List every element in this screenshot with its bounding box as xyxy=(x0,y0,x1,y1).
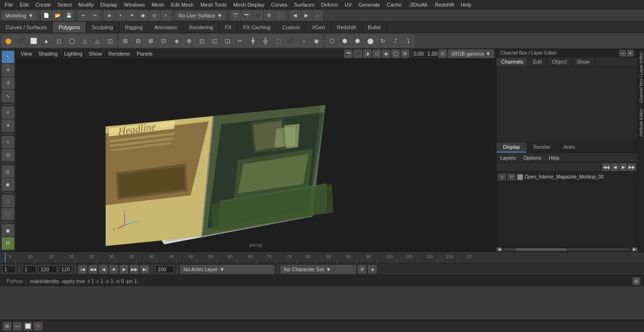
play-fwd-btn[interactable]: ▶ xyxy=(120,265,128,274)
shelf-grid[interactable]: ⊟ xyxy=(132,35,144,47)
tab-bullet[interactable]: Bullet xyxy=(362,22,387,32)
layer-menu-help[interactable]: Help xyxy=(547,155,561,161)
new-scene-button[interactable]: 📄 xyxy=(41,10,51,21)
tab-xgen[interactable]: XGen xyxy=(306,22,331,32)
shelf-cut[interactable]: ✂ xyxy=(234,35,246,47)
shelf-fill-hole[interactable]: ◲ xyxy=(221,35,233,47)
menu-file[interactable]: File xyxy=(2,1,16,8)
menu-uv[interactable]: UV xyxy=(342,1,355,8)
menu-redshift[interactable]: Redshift xyxy=(432,1,457,8)
redo-button[interactable]: ↪ xyxy=(90,10,100,21)
shelf-extract[interactable]: ◈ xyxy=(170,35,182,47)
shelf-reduce[interactable]: ◱ xyxy=(208,35,221,47)
viewport-menu-view[interactable]: View xyxy=(18,50,35,57)
channel-box-side-label[interactable]: Channel Box / Layer Editor xyxy=(638,49,644,106)
viewport-menu-shading[interactable]: Shading xyxy=(36,50,60,57)
viewport-camera-btn[interactable]: 📷 xyxy=(344,49,353,58)
menu-mesh-display[interactable]: Mesh Display xyxy=(231,1,267,8)
anim-extra-btn[interactable]: ◈ xyxy=(368,265,377,274)
render-5-button[interactable]: ◌ xyxy=(275,10,286,21)
shelf-pipe[interactable]: ◫ xyxy=(104,35,116,47)
extra-1-button[interactable]: ◀ xyxy=(290,10,300,21)
channel-box-close[interactable]: ✕ xyxy=(627,50,634,57)
menu-modify[interactable]: Modify xyxy=(75,1,96,8)
stop-btn[interactable]: ■ xyxy=(109,265,118,274)
viewport[interactable]: View Shading Lighting Show Renderer Pane… xyxy=(16,49,496,251)
layer-tab-display[interactable]: Display xyxy=(496,142,527,153)
menu-windows[interactable]: Windows xyxy=(121,1,148,8)
shelf-deform2[interactable]: ⤵ xyxy=(402,35,414,47)
menu-surfaces[interactable]: Surfaces xyxy=(291,1,317,8)
menu-create[interactable]: Create xyxy=(33,1,54,8)
shelf-insert-edge[interactable]: ╋ xyxy=(247,35,259,47)
python-collapse-btn[interactable]: ⊞ xyxy=(633,277,640,285)
shelf-pyramid[interactable]: △ xyxy=(91,35,103,47)
soft-select-button[interactable]: ◉ xyxy=(138,10,149,21)
shelf-sphere[interactable]: ⬤ xyxy=(2,35,14,47)
snap-curve-button[interactable]: ⊡ xyxy=(2,149,14,161)
shelf-wedge[interactable]: ⬦ xyxy=(297,35,310,47)
shelf-plane[interactable]: ◻ xyxy=(53,35,65,47)
play-back-btn[interactable]: ◀ xyxy=(99,265,107,274)
shelf-bevel[interactable]: ⬣ xyxy=(351,35,363,47)
tab-rigging[interactable]: Rigging xyxy=(119,22,149,32)
channel-tab-object[interactable]: Object xyxy=(547,57,572,66)
gamma-dropdown[interactable]: sRGB gamma ▼ xyxy=(448,49,494,58)
viewport-menu-panels[interactable]: Panels xyxy=(134,50,156,57)
step-fwd-btn[interactable]: ▶▶ xyxy=(130,265,139,274)
range-end-field[interactable] xyxy=(155,266,174,273)
tab-curves-surfaces[interactable]: Curves / Surfaces xyxy=(0,22,53,32)
shelf-spin-edge[interactable]: ↻ xyxy=(377,35,389,47)
select-tool-button[interactable]: ◈ xyxy=(104,10,115,21)
undo-button[interactable]: ↩ xyxy=(78,10,89,21)
layer-playback-btn[interactable]: P xyxy=(508,174,515,180)
shelf-cone[interactable]: ▲ xyxy=(40,35,52,47)
mirror-cut-button[interactable]: ⬚ xyxy=(2,208,14,220)
paint-select-button[interactable]: ✦ xyxy=(127,10,137,21)
extra-2-button[interactable]: ▶ xyxy=(301,10,312,21)
bottom-minimize-btn[interactable]: — xyxy=(13,322,22,331)
layer-next-2[interactable]: ▶▶ xyxy=(628,163,636,171)
channel-tab-edit[interactable]: Edit xyxy=(528,57,547,66)
channel-tab-show[interactable]: Show xyxy=(572,57,595,66)
menu-mesh[interactable]: Mesh xyxy=(149,1,167,8)
viewport-xray-btn[interactable]: ◯ xyxy=(391,49,400,58)
select-mode-button[interactable]: ↖ xyxy=(2,51,14,63)
bottom-close-btn[interactable]: ✕ xyxy=(34,322,42,331)
render-4-button[interactable]: ⚙ xyxy=(264,10,274,21)
viewport-toggle-btn[interactable]: ⊞ xyxy=(401,49,409,58)
icon-display-button[interactable]: ▣ xyxy=(2,224,14,236)
viewport-isolate-btn[interactable]: ◉ xyxy=(382,49,390,58)
viewport-menu-renderer[interactable]: Renderer xyxy=(106,50,133,57)
shelf-torus[interactable]: ◯ xyxy=(66,35,78,47)
shelf-subdiv[interactable]: ◰ xyxy=(196,35,208,47)
icon-maya-button[interactable]: M xyxy=(2,237,14,250)
attr-editor-side-label[interactable]: Attribute Editor xyxy=(638,106,644,140)
shelf-separate[interactable]: ⊡ xyxy=(157,35,170,47)
menu-edit[interactable]: Edit xyxy=(17,1,32,8)
workspace-dropdown[interactable]: Modeling ▼ xyxy=(2,11,37,20)
shelf-merge[interactable]: ⬢ xyxy=(339,35,351,47)
menu-cache[interactable]: Cache xyxy=(384,1,405,8)
timeline-ruler[interactable]: 5 10 15 20 25 30 35 40 45 50 55 60 65 xyxy=(0,251,644,263)
tab-rendering[interactable]: Rendering xyxy=(183,22,219,32)
shelf-boolean[interactable]: ⊕ xyxy=(183,35,195,47)
channel-box-minimize[interactable]: ─ xyxy=(619,50,626,57)
move-tool-button[interactable]: ✛ xyxy=(2,64,14,76)
scroll-left[interactable]: ◀ xyxy=(496,247,502,252)
lasso-select-button[interactable]: ⌖ xyxy=(116,10,126,21)
shelf-extrude[interactable]: ⬡ xyxy=(326,35,338,47)
tab-redshift[interactable]: Redshift xyxy=(331,22,362,32)
menu-help[interactable]: Help xyxy=(458,1,474,8)
render-3-button[interactable]: ⬛ xyxy=(253,10,263,21)
layer-menu-options[interactable]: Options xyxy=(521,155,543,161)
shelf-offset-edge[interactable]: ╬ xyxy=(259,35,272,47)
anim-layer-dropdown[interactable]: No Anim Layer ▼ xyxy=(180,265,274,274)
layer-prev-2[interactable]: ◀ xyxy=(611,163,619,171)
layer-tab-render[interactable]: Render xyxy=(527,142,557,153)
python-label[interactable]: Python xyxy=(4,278,26,284)
viewport-layout-btn[interactable]: ⊞ xyxy=(3,322,11,331)
menu-generate[interactable]: Generate xyxy=(355,1,383,8)
viewport-wire-btn[interactable]: ◻ xyxy=(372,49,381,58)
go-to-start-btn[interactable]: |◀ xyxy=(78,265,87,274)
